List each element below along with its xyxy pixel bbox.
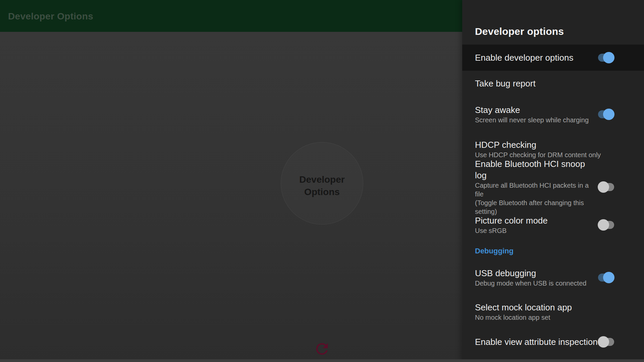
row-bluetooth-hci-snoop-log[interactable]: Enable Bluetooth HCI snoop log Capture a… [462, 166, 644, 208]
section-debugging: Debugging [462, 242, 644, 260]
row-title: HDCP checking [475, 139, 614, 150]
toggle-stay-awake[interactable] [598, 109, 614, 120]
toggle-usb-debugging[interactable] [598, 272, 614, 283]
bottom-edge-strip [0, 359, 644, 362]
toggle-thumb [603, 109, 614, 120]
app-header-title: Developer Options [8, 11, 93, 22]
row-subtitle: Capture all Bluetooth HCI packets in a f… [475, 181, 598, 198]
toggle-thumb [603, 52, 614, 63]
developer-options-circle: DeveloperOptions [281, 142, 363, 225]
row-take-bug-report[interactable]: Take bug report [462, 71, 644, 96]
panel-title: Developer options [462, 0, 644, 45]
row-title: Picture color mode [475, 215, 598, 226]
row-subtitle: Debug mode when USB is connected [475, 279, 598, 288]
row-subtitle: Use sRGB [475, 226, 598, 235]
developer-options-panel: Developer options Enable developer optio… [462, 0, 644, 362]
row-enable-developer-options[interactable]: Enable developer options [462, 45, 644, 71]
row-enable-view-attribute-inspection[interactable]: Enable view attribute inspection [462, 328, 644, 355]
row-subtitle: No mock location app set [475, 313, 614, 322]
row-subtitle-line2: (Toggle Bluetooth after changing this se… [475, 198, 598, 216]
section-label: Debugging [475, 247, 514, 255]
background-app-area: Developer Options DeveloperOptions [0, 0, 462, 362]
row-title: Stay awake [475, 104, 598, 116]
row-stay-awake[interactable]: Stay awake Screen will never sleep while… [462, 96, 644, 132]
toggle-enable-view-attribute-inspection[interactable] [598, 336, 614, 348]
toggle-bluetooth-hci-snoop-log[interactable] [598, 181, 614, 193]
toggle-thumb [598, 336, 609, 348]
screen: Developer Options DeveloperOptions Devel… [0, 0, 644, 362]
app-body: DeveloperOptions [0, 32, 462, 362]
row-title: Select mock location app [475, 302, 614, 313]
toggle-thumb [598, 219, 609, 231]
row-title: Enable developer options [475, 52, 598, 63]
row-title: Enable Bluetooth HCI snoop log [475, 158, 598, 181]
toggle-thumb [603, 272, 614, 283]
row-title: Take bug report [475, 78, 614, 89]
refresh-icon[interactable] [313, 340, 331, 358]
row-usb-debugging[interactable]: USB debugging Debug mode when USB is con… [462, 260, 644, 295]
toggle-picture-color-mode[interactable] [598, 219, 614, 231]
row-title: USB debugging [475, 267, 598, 279]
circle-label: DeveloperOptions [299, 173, 344, 198]
row-title: Enable view attribute inspection [475, 336, 598, 348]
row-subtitle: Screen will never sleep while charging [475, 116, 598, 124]
toggle-thumb [598, 181, 609, 193]
toggle-enable-developer-options[interactable] [598, 52, 614, 63]
app-header-bar: Developer Options [0, 0, 462, 32]
row-select-mock-location-app[interactable]: Select mock location app No mock locatio… [462, 295, 644, 328]
